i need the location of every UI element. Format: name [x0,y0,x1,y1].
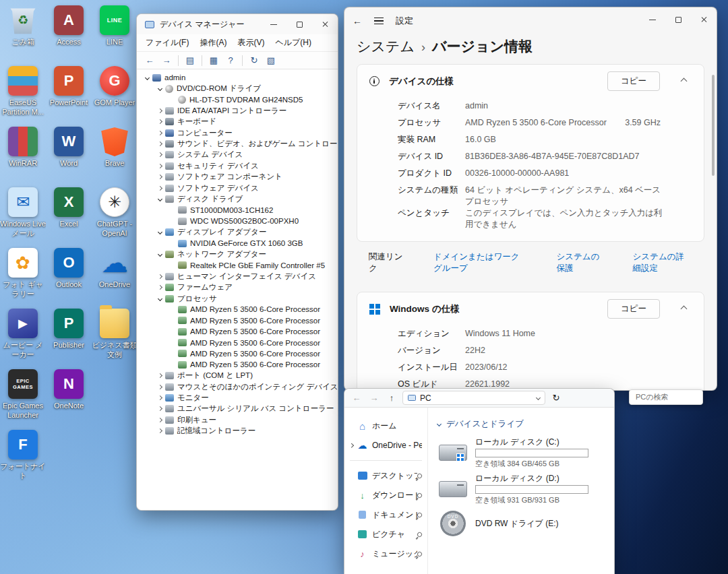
chevron-right-icon[interactable] [157,395,162,400]
tree-item[interactable]: AMD Ryzen 5 3500 6-Core Processor [137,348,338,359]
desktop-icon-access[interactable]: AAccess [46,5,92,47]
tree-item[interactable]: Realtek PCIe GbE Family Controller #5 [137,260,338,271]
tree-item[interactable]: ST1000DM003-1CH162 [137,205,338,216]
back-button[interactable]: ← [353,15,362,26]
tree-item[interactable]: ソフトウェア コンポーネント [137,172,338,183]
desktop-icon-fortnite[interactable]: Fフォートナイト [0,430,46,481]
scan-hardware-button[interactable]: ↻ [247,54,262,67]
chevron-right-icon[interactable] [157,428,162,433]
chevron-down-icon[interactable] [157,230,162,234]
desktop-icon-onedrive[interactable]: ☁OneDrive [92,248,138,290]
update-driver-button[interactable]: ▧ [264,54,278,67]
desktop-icon-gom-player[interactable]: GGOM Player [92,66,138,108]
tree-item[interactable]: ポート (COM と LPT) [137,371,338,381]
menu-item[interactable]: ファイル(F) [141,36,193,50]
tree-item[interactable]: コンピューター [137,127,338,138]
settings-titlebar[interactable]: ← 設定 [344,7,717,34]
chevron-right-icon[interactable] [157,385,162,389]
desktop-icon-onenote[interactable]: NOneNote [46,369,92,411]
tree-item[interactable]: システム デバイス [137,150,338,160]
drive-c[interactable]: ローカル ディスク (C:)空き領域 384 GB/465 GB [437,435,610,471]
breadcrumb-system[interactable]: システム [357,37,415,56]
chevron-right-icon[interactable] [157,108,162,113]
maximize-button[interactable] [665,7,691,32]
tree-item[interactable]: HL-DT-ST DVDRAM GH24NSD5 [137,94,338,105]
chevron-right-icon[interactable] [157,285,162,290]
tree-item[interactable]: モニター [137,392,338,403]
properties-button[interactable]: ▦ [206,54,221,67]
sidebar-item-home[interactable]: ⌂ホーム [347,417,425,435]
help-button[interactable]: ? [223,54,238,67]
chevron-right-icon[interactable] [157,406,162,411]
tree-item[interactable]: プロセッサ [137,293,338,304]
drive-d[interactable]: ローカル ディスク (D:)空き領域 931 GB/931 GB [437,471,610,507]
chevron-right-icon[interactable] [157,274,162,279]
forward-button[interactable]: → [159,54,174,67]
minimize-button[interactable] [261,14,286,34]
tree-item[interactable]: ユニバーサル シリアル バス コントローラー [137,404,338,414]
drive-e[interactable]: DVDDVD RW ドライブ (E:) [437,507,610,540]
up-button[interactable]: ↑ [385,393,398,403]
tree-item[interactable]: サウンド、ビデオ、およびゲーム コントローラー [137,138,338,149]
desktop-icon-photo-gallery[interactable]: ✿フォト ギャラリー [0,248,46,299]
chevron-right-icon[interactable] [157,373,162,378]
related-link[interactable]: システムの詳細設定 [633,251,692,274]
chevron-up-icon[interactable] [681,78,688,85]
tree-item[interactable]: AMD Ryzen 5 3500 6-Core Processor [137,326,338,337]
tree-item[interactable]: 記憶域コントローラー [137,426,338,437]
related-link[interactable]: ドメインまたはワークグループ [433,251,527,274]
scrollbar-thumb[interactable] [712,75,715,176]
tree-item[interactable]: AMD Ryzen 5 3500 6-Core Processor [137,337,338,348]
sidebar-item-desktop[interactable]: デスクトップ [347,467,425,484]
chevron-down-icon[interactable] [157,197,162,201]
desktop-icon-excel[interactable]: XExcel [46,187,92,229]
copy-button[interactable]: コピー [607,299,660,319]
tree-item[interactable]: ネットワーク アダプター [137,249,338,259]
close-button[interactable] [691,7,717,32]
refresh-button[interactable]: ↻ [549,393,563,403]
chevron-right-icon[interactable] [157,174,162,179]
chevron-down-icon[interactable] [157,296,162,300]
tree-item[interactable]: ソフトウェア デバイス [137,183,338,193]
chevron-right-icon[interactable] [157,418,162,422]
close-button[interactable] [312,14,338,34]
sidebar-item-downloads[interactable]: ↓ダウンロード [347,486,425,504]
back-button[interactable]: ← [350,393,363,403]
tree-item[interactable]: WDC WDS500G2B0C-00PXH0 [137,216,338,226]
chevron-up-icon[interactable] [681,306,688,313]
chevron-right-icon[interactable] [157,152,162,157]
chevron-right-icon[interactable] [157,186,162,191]
chevron-down-icon[interactable] [536,395,541,400]
desktop-icon-winrar[interactable]: WinRAR [0,127,46,168]
sidebar-item-music[interactable]: ♪ミュージック [347,545,425,563]
tree-item[interactable]: ディスク ドライブ [137,193,338,204]
chevron-down-icon[interactable] [144,75,149,80]
desktop-icon-publisher[interactable]: PPublisher [46,309,92,350]
tree-item[interactable]: AMD Ryzen 5 3500 6-Core Processor [137,359,338,370]
tree-item[interactable]: 印刷キュー [137,414,338,425]
chevron-down-icon[interactable] [157,252,162,257]
sidebar-item-pictures[interactable]: ピクチャ [347,525,425,543]
sidebar-item-onedrive[interactable]: ☁OneDrive - Persona... [347,437,425,454]
sidebar-item-documents[interactable]: ドキュメント [347,506,425,523]
desktop-icon-business-docs[interactable]: ビジネス書類文例 [92,309,138,360]
chevron-right-icon[interactable] [157,119,162,124]
tree-item[interactable]: マウスとそのほかのポインティング デバイス [137,381,338,392]
tree-item[interactable]: NVIDIA GeForce GTX 1060 3GB [137,238,338,249]
tree-item[interactable]: セキュリティ デバイス [137,160,338,171]
desktop-icon-brave[interactable]: Brave [92,127,138,168]
group-header-devices-drives[interactable]: デバイスとドライブ [437,418,614,430]
desktop-icon-epic-games[interactable]: EPIC GAMESEpic Games Launcher [0,369,46,420]
desktop-icon-outlook[interactable]: OOutlook [46,248,92,290]
tree-item[interactable]: キーボード [137,117,338,127]
menu-item[interactable]: 操作(A) [195,36,231,50]
explorer-search-box[interactable]: PCの検索 [629,389,703,405]
chevron-right-icon[interactable] [157,131,162,135]
tree-item[interactable]: ヒューマン インターフェイス デバイス [137,271,338,282]
tree-item[interactable]: DVD/CD-ROM ドライブ [137,83,338,94]
tree-item[interactable]: ファームウェア [137,282,338,292]
back-button[interactable]: ← [142,54,157,67]
copy-button[interactable]: コピー [607,71,660,91]
desktop-icon-line[interactable]: LINELINE [92,5,138,47]
address-bar[interactable]: PC [402,391,545,405]
